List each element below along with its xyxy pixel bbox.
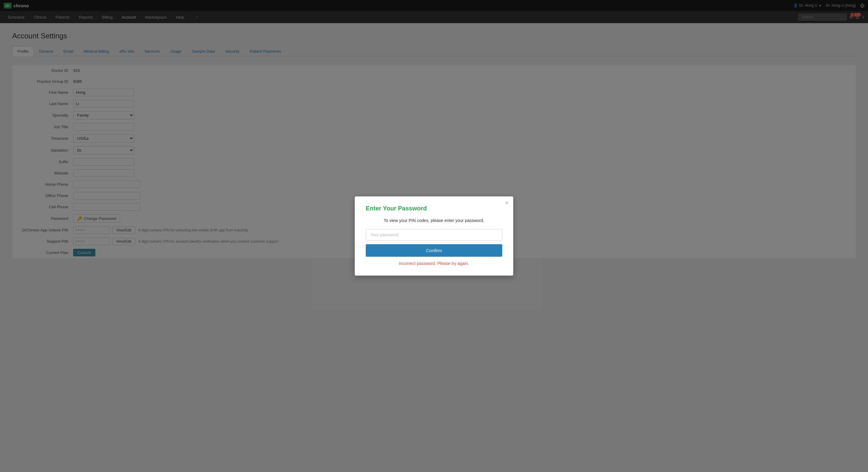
- modal-confirm-button[interactable]: Confirm: [366, 244, 502, 257]
- modal-password-input[interactable]: [366, 229, 502, 241]
- modal-title: Enter Your Password: [366, 205, 502, 212]
- modal-overlay: × Enter Your Password To view your PIN c…: [0, 0, 868, 472]
- modal-description: To view your PIN codes, please enter you…: [366, 218, 502, 223]
- password-modal: × Enter Your Password To view your PIN c…: [355, 196, 513, 276]
- modal-error-message: Incorrect password. Please try again.: [366, 261, 502, 266]
- modal-close-button[interactable]: ×: [505, 200, 508, 206]
